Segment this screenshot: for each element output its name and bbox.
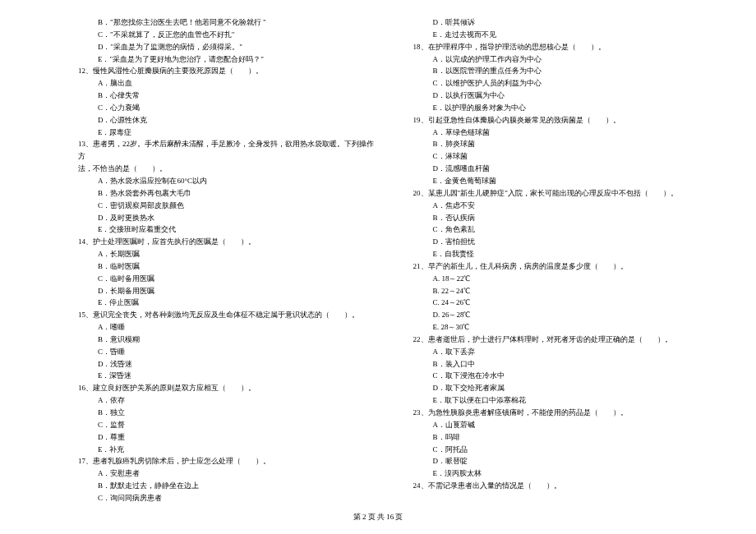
question-text: 24、不需记录患者出入量的情况是（ ）。 xyxy=(413,480,716,492)
option-text: E．停止医嘱 xyxy=(78,297,380,309)
option-text: D．流感嗜血杆菌 xyxy=(413,163,716,175)
question-text: 19、引起亚急性自体瓣膜心内膜炎最常见的致病菌是（ ）。 xyxy=(413,114,716,127)
option-text: C．阿托品 xyxy=(413,444,716,456)
option-text: D．"采血是为了监测您的病情，必须得采。" xyxy=(78,41,380,53)
option-text: B. 22～24℃ xyxy=(413,285,716,297)
option-text: A．嗜睡 xyxy=(78,321,380,334)
option-text: C．以维护医护人员的利益为中心 xyxy=(413,77,716,90)
page-container: B．"那您找你主治医生去吧！他若同意不化验就行 "C．"不采就算了，反正您的血管… xyxy=(0,0,756,513)
option-text: E．"采血是为了更好地为您治疗，请您配合好吗？" xyxy=(78,53,380,66)
option-text: B．临时医嘱 xyxy=(78,260,380,273)
question-text: 13、患者男，22岁。手术后麻醉未清醒，手足厥冷，全身发抖，欲用热水袋取暖。下列… xyxy=(78,138,380,163)
question-text: 22、患者逝世后，护士进行尸体料理时，对死者牙齿的处理正确的是（ ）。 xyxy=(413,334,716,346)
option-text: D．哌替啶 xyxy=(413,455,716,467)
option-text: E．金黄色葡萄球菌 xyxy=(413,175,716,187)
option-text: B．装入口中 xyxy=(413,358,716,371)
option-text: B．默默走过去，静静坐在边上 xyxy=(78,480,380,492)
option-text: A. 18～22℃ xyxy=(413,273,716,285)
option-text: D．长期备用医嘱 xyxy=(78,285,380,297)
option-text: C．询问同病房患者 xyxy=(78,492,380,504)
option-text: B．肺炎球菌 xyxy=(413,138,716,150)
option-text: A．长期医嘱 xyxy=(78,248,380,260)
option-text: A．脑出血 xyxy=(78,77,380,90)
question-text: 12、慢性风湿性心脏瓣膜病的主要致死原因是（ ）。 xyxy=(78,65,380,77)
option-text: A．山莨菪碱 xyxy=(413,419,716,431)
left-column: B．"那您找你主治医生去吧！他若同意不化验就行 "C．"不采就算了，反正您的血管… xyxy=(78,16,380,504)
option-text: C．监督 xyxy=(78,419,380,431)
option-text: E．补充 xyxy=(78,444,380,456)
option-text: D．尊重 xyxy=(78,431,380,444)
option-text: D．以执行医嘱为中心 xyxy=(413,90,716,102)
question-text: 15、意识完全丧失，对各种刺激均无反应及生命体征不稳定属于意识状态的（ ）。 xyxy=(78,309,380,321)
question-text: 18、在护理程序中，指导护理活动的思想核心是（ ）。 xyxy=(413,41,716,53)
option-text: D．心源性休克 xyxy=(78,114,380,127)
option-text: A．热水袋水温应控制在60°C以内 xyxy=(78,175,380,187)
right-column: D．听其倾诉E．走过去视而不见18、在护理程序中，指导护理活动的思想核心是（ ）… xyxy=(413,16,716,504)
option-text: D．取下交给死者家属 xyxy=(413,382,716,394)
option-text: D. 26～28℃ xyxy=(413,309,716,321)
option-text: C．角色紊乱 xyxy=(413,223,716,236)
option-text: B．"那您找你主治医生去吧！他若同意不化验就行 " xyxy=(78,16,380,29)
option-text: A．草绿色链球菌 xyxy=(413,127,716,139)
option-text: E．走过去视而不见 xyxy=(413,29,716,41)
option-text: D．听其倾诉 xyxy=(413,16,716,29)
option-text: A．依存 xyxy=(78,394,380,407)
option-text: E．以护理的服务对象为中心 xyxy=(413,102,716,114)
option-text: B．吗啡 xyxy=(413,431,716,444)
option-text: B．以医院管理的重点任务为中心 xyxy=(413,65,716,77)
option-text: C. 24～26℃ xyxy=(413,297,716,309)
option-text: C．昏睡 xyxy=(78,346,380,358)
option-text: C．淋球菌 xyxy=(413,150,716,163)
option-text: E. 28～30℃ xyxy=(413,321,716,334)
option-text: C．取下浸泡在冷水中 xyxy=(413,370,716,382)
option-text: E．自我责怪 xyxy=(413,248,716,260)
option-text: E．交接班时应着重交代 xyxy=(78,223,380,236)
option-text: 法，不恰当的是（ ）。 xyxy=(78,163,380,175)
question-text: 21、早产的新生儿，住儿科病房，病房的温度是多少度（ ）。 xyxy=(413,260,716,273)
option-text: C．"不采就算了，反正您的血管也不好扎" xyxy=(78,29,380,41)
option-text: B．意识模糊 xyxy=(78,334,380,346)
option-text: D．害怕担忧 xyxy=(413,236,716,248)
option-text: C．密切观察局部皮肤颜色 xyxy=(78,200,380,212)
option-text: D．浅昏迷 xyxy=(78,358,380,371)
option-text: E．尿毒症 xyxy=(78,127,380,139)
option-text: B．独立 xyxy=(78,407,380,419)
option-text: B．否认疾病 xyxy=(413,212,716,224)
option-text: C．心力衰竭 xyxy=(78,102,380,114)
option-text: E．溴丙胺太林 xyxy=(413,467,716,480)
page-footer: 第 2 页 共 16 页 xyxy=(0,512,756,522)
question-text: 14、护士处理医嘱时，应首先执行的医嘱是（ ）。 xyxy=(78,236,380,248)
question-text: 17、患者乳腺癌乳房切除术后，护士应怎么处理（ ）。 xyxy=(78,455,380,467)
option-text: E．取下以便在口中添塞棉花 xyxy=(413,394,716,407)
option-text: D．及时更换热水 xyxy=(78,212,380,224)
option-text: A．焦虑不安 xyxy=(413,200,716,212)
option-text: A．安慰患者 xyxy=(78,467,380,480)
question-text: 20、某患儿因"新生儿硬肿症"入院，家长可能出现的心理反应中不包括（ ）。 xyxy=(413,187,716,200)
option-text: B．热水袋套外再包裹大毛巾 xyxy=(78,187,380,200)
question-text: 16、建立良好医护关系的原则是双方应相互（ ）。 xyxy=(78,382,380,394)
option-text: A．以完成的护理工作内容为中心 xyxy=(413,53,716,66)
option-text: E．深昏迷 xyxy=(78,370,380,382)
option-text: C．临时备用医嘱 xyxy=(78,273,380,285)
question-text: 23、为急性胰腺炎患者解痉镇痛时，不能使用的药品是（ ）。 xyxy=(413,407,716,419)
option-text: B．心律失常 xyxy=(78,90,380,102)
option-text: A．取下丢弃 xyxy=(413,346,716,358)
